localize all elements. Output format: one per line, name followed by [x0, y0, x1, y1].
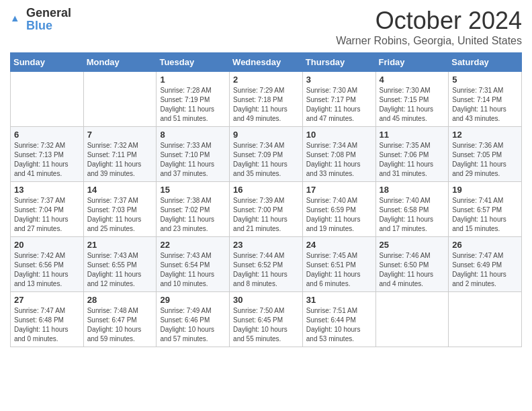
calendar-cell: 27Sunrise: 7:47 AM Sunset: 6:48 PM Dayli… [11, 292, 84, 347]
day-info: Sunrise: 7:45 AM Sunset: 6:51 PM Dayligh… [306, 251, 372, 289]
day-number: 23 [233, 240, 299, 250]
calendar-cell: 13Sunrise: 7:37 AM Sunset: 7:04 PM Dayli… [11, 182, 84, 237]
day-number: 17 [306, 185, 372, 195]
weekday-header-row: SundayMondayTuesdayWednesdayThursdayFrid… [11, 53, 522, 72]
calendar-week-row: 13Sunrise: 7:37 AM Sunset: 7:04 PM Dayli… [11, 182, 522, 237]
day-info: Sunrise: 7:28 AM Sunset: 7:19 PM Dayligh… [160, 86, 226, 124]
day-info: Sunrise: 7:48 AM Sunset: 6:47 PM Dayligh… [87, 306, 153, 344]
day-number: 15 [160, 185, 226, 195]
calendar-week-row: 1Sunrise: 7:28 AM Sunset: 7:19 PM Daylig… [11, 72, 522, 127]
day-number: 3 [306, 75, 372, 85]
day-number: 10 [306, 130, 372, 140]
day-info: Sunrise: 7:51 AM Sunset: 6:44 PM Dayligh… [306, 306, 372, 344]
day-info: Sunrise: 7:50 AM Sunset: 6:45 PM Dayligh… [233, 306, 299, 344]
calendar-cell: 22Sunrise: 7:43 AM Sunset: 6:54 PM Dayli… [157, 237, 230, 292]
day-number: 28 [87, 295, 153, 305]
day-number: 7 [87, 130, 153, 140]
day-info: Sunrise: 7:32 AM Sunset: 7:13 PM Dayligh… [14, 141, 80, 179]
calendar-cell: 3Sunrise: 7:30 AM Sunset: 7:17 PM Daylig… [302, 72, 375, 127]
day-number: 30 [233, 295, 299, 305]
logo-icon: ▲ [10, 13, 24, 26]
day-info: Sunrise: 7:43 AM Sunset: 6:55 PM Dayligh… [87, 251, 153, 289]
logo-blue: Blue [26, 19, 52, 32]
day-number: 5 [452, 75, 518, 85]
weekday-header-monday: Monday [83, 53, 157, 72]
calendar-cell: 10Sunrise: 7:34 AM Sunset: 7:08 PM Dayli… [302, 127, 375, 182]
day-info: Sunrise: 7:32 AM Sunset: 7:11 PM Dayligh… [87, 141, 153, 179]
calendar-cell: 6Sunrise: 7:32 AM Sunset: 7:13 PM Daylig… [11, 127, 84, 182]
day-number: 4 [380, 75, 445, 85]
calendar-cell: 31Sunrise: 7:51 AM Sunset: 6:44 PM Dayli… [302, 292, 375, 347]
calendar-cell: 8Sunrise: 7:33 AM Sunset: 7:10 PM Daylig… [157, 127, 230, 182]
day-number: 27 [14, 295, 80, 305]
day-info: Sunrise: 7:39 AM Sunset: 7:00 PM Dayligh… [233, 196, 299, 234]
day-number: 25 [380, 240, 445, 250]
day-number: 20 [14, 240, 80, 250]
day-info: Sunrise: 7:42 AM Sunset: 6:56 PM Dayligh… [14, 251, 80, 289]
weekday-header-wednesday: Wednesday [230, 53, 303, 72]
calendar-cell: 17Sunrise: 7:40 AM Sunset: 6:59 PM Dayli… [302, 182, 375, 237]
calendar-cell: 15Sunrise: 7:38 AM Sunset: 7:02 PM Dayli… [157, 182, 230, 237]
day-info: Sunrise: 7:37 AM Sunset: 7:03 PM Dayligh… [87, 196, 153, 234]
weekday-header-tuesday: Tuesday [157, 53, 230, 72]
calendar-cell: 5Sunrise: 7:31 AM Sunset: 7:14 PM Daylig… [449, 72, 522, 127]
day-number: 26 [452, 240, 518, 250]
calendar-table: SundayMondayTuesdayWednesdayThursdayFrid… [10, 52, 522, 347]
day-info: Sunrise: 7:37 AM Sunset: 7:04 PM Dayligh… [14, 196, 80, 234]
day-info: Sunrise: 7:30 AM Sunset: 7:15 PM Dayligh… [380, 86, 445, 124]
weekday-header-friday: Friday [375, 53, 449, 72]
day-number: 1 [160, 75, 226, 85]
day-number: 11 [380, 130, 445, 140]
svg-text:▲: ▲ [10, 13, 20, 24]
day-info: Sunrise: 7:33 AM Sunset: 7:10 PM Dayligh… [160, 141, 226, 179]
calendar-cell: 11Sunrise: 7:35 AM Sunset: 7:06 PM Dayli… [375, 127, 449, 182]
calendar-cell: 20Sunrise: 7:42 AM Sunset: 6:56 PM Dayli… [11, 237, 84, 292]
day-info: Sunrise: 7:34 AM Sunset: 7:09 PM Dayligh… [233, 141, 299, 179]
day-number: 19 [452, 185, 518, 195]
day-number: 24 [306, 240, 372, 250]
calendar-cell: 18Sunrise: 7:40 AM Sunset: 6:58 PM Dayli… [375, 182, 449, 237]
calendar-cell: 28Sunrise: 7:48 AM Sunset: 6:47 PM Dayli… [83, 292, 157, 347]
weekday-header-sunday: Sunday [11, 53, 84, 72]
calendar-cell: 23Sunrise: 7:44 AM Sunset: 6:52 PM Dayli… [230, 237, 303, 292]
calendar-week-row: 20Sunrise: 7:42 AM Sunset: 6:56 PM Dayli… [11, 237, 522, 292]
calendar-cell [449, 292, 522, 347]
calendar-week-row: 27Sunrise: 7:47 AM Sunset: 6:48 PM Dayli… [11, 292, 522, 347]
day-number: 6 [14, 130, 80, 140]
day-number: 18 [380, 185, 445, 195]
calendar-cell: 21Sunrise: 7:43 AM Sunset: 6:55 PM Dayli… [83, 237, 157, 292]
day-info: Sunrise: 7:40 AM Sunset: 6:59 PM Dayligh… [306, 196, 372, 234]
day-number: 22 [160, 240, 226, 250]
day-number: 21 [87, 240, 153, 250]
day-info: Sunrise: 7:47 AM Sunset: 6:49 PM Dayligh… [452, 251, 518, 289]
calendar-cell: 12Sunrise: 7:36 AM Sunset: 7:05 PM Dayli… [449, 127, 522, 182]
day-info: Sunrise: 7:41 AM Sunset: 6:57 PM Dayligh… [452, 196, 518, 234]
day-info: Sunrise: 7:40 AM Sunset: 6:58 PM Dayligh… [380, 196, 445, 234]
day-info: Sunrise: 7:47 AM Sunset: 6:48 PM Dayligh… [14, 306, 80, 344]
calendar-cell: 24Sunrise: 7:45 AM Sunset: 6:51 PM Dayli… [302, 237, 375, 292]
calendar-cell: 29Sunrise: 7:49 AM Sunset: 6:46 PM Dayli… [157, 292, 230, 347]
weekday-header-saturday: Saturday [449, 53, 522, 72]
logo-general: General [26, 6, 71, 19]
calendar-cell: 26Sunrise: 7:47 AM Sunset: 6:49 PM Dayli… [449, 237, 522, 292]
day-info: Sunrise: 7:36 AM Sunset: 7:05 PM Dayligh… [452, 141, 518, 179]
calendar-cell [83, 72, 157, 127]
day-number: 8 [160, 130, 226, 140]
month-title: October 2024 [336, 7, 522, 35]
calendar-cell: 25Sunrise: 7:46 AM Sunset: 6:50 PM Dayli… [375, 237, 449, 292]
title-block: October 2024 Warner Robins, Georgia, Uni… [336, 7, 522, 47]
location-title: Warner Robins, Georgia, United States [336, 35, 522, 47]
calendar-cell: 4Sunrise: 7:30 AM Sunset: 7:15 PM Daylig… [375, 72, 449, 127]
day-info: Sunrise: 7:38 AM Sunset: 7:02 PM Dayligh… [160, 196, 226, 234]
day-info: Sunrise: 7:49 AM Sunset: 6:46 PM Dayligh… [160, 306, 226, 344]
day-number: 13 [14, 185, 80, 195]
day-number: 29 [160, 295, 226, 305]
day-info: Sunrise: 7:35 AM Sunset: 7:06 PM Dayligh… [380, 141, 445, 179]
day-number: 9 [233, 130, 299, 140]
calendar-cell: 2Sunrise: 7:29 AM Sunset: 7:18 PM Daylig… [230, 72, 303, 127]
weekday-header-thursday: Thursday [302, 53, 375, 72]
calendar-cell: 7Sunrise: 7:32 AM Sunset: 7:11 PM Daylig… [83, 127, 157, 182]
calendar-cell: 19Sunrise: 7:41 AM Sunset: 6:57 PM Dayli… [449, 182, 522, 237]
calendar-cell: 16Sunrise: 7:39 AM Sunset: 7:00 PM Dayli… [230, 182, 303, 237]
day-info: Sunrise: 7:46 AM Sunset: 6:50 PM Dayligh… [380, 251, 445, 289]
